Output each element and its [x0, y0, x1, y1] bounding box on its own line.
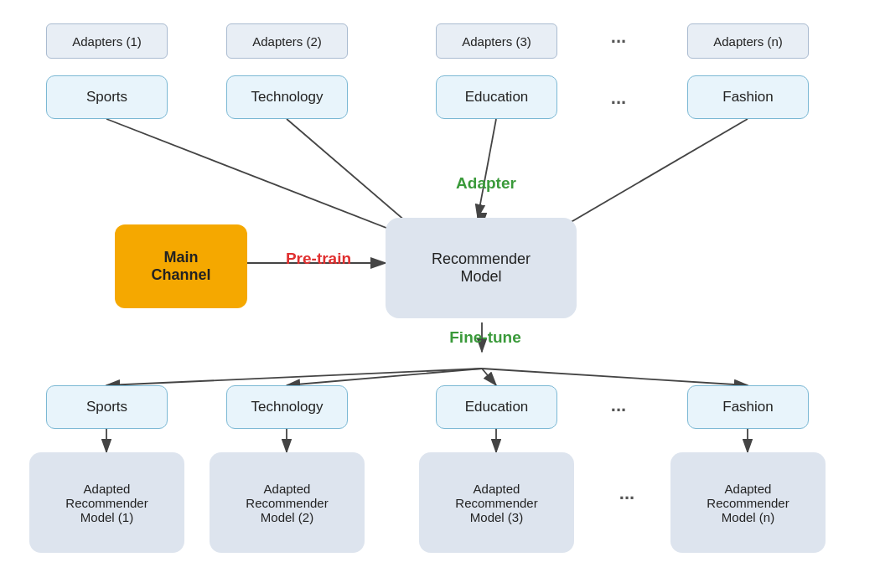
channel-technology-top: Technology: [226, 75, 348, 119]
svg-line-8: [106, 369, 482, 385]
channel-education-top: Education: [436, 75, 557, 119]
adapter-label-3: Adapters (3): [436, 23, 557, 59]
adapted-model-3: AdaptedRecommenderModel (3): [419, 452, 574, 553]
dots-adapters-top: ···: [593, 27, 644, 57]
dots-adapted-models: ···: [602, 473, 652, 524]
diagram: Adapters (1) Adapters (2) Adapters (3) A…: [0, 0, 880, 588]
channel-technology-bottom: Technology: [226, 385, 348, 429]
finetune-label: Fine-tune: [439, 328, 531, 347]
adapted-model-1: AdaptedRecommenderModel (1): [29, 452, 184, 553]
channel-fashion-bottom: Fashion: [687, 385, 809, 429]
dots-channels-bottom: ···: [593, 389, 644, 432]
adapted-model-n: AdaptedRecommenderModel (n): [670, 452, 826, 553]
channel-sports-bottom: Sports: [46, 385, 168, 429]
svg-line-3: [478, 119, 496, 218]
adapter-label-2: Adapters (2): [226, 23, 348, 59]
channel-fashion-top: Fashion: [687, 75, 809, 119]
svg-line-10: [482, 369, 496, 385]
dots-channels-top: ···: [593, 81, 644, 125]
adapted-model-2: AdaptedRecommenderModel (2): [210, 452, 365, 553]
main-channel-box: MainChannel: [115, 224, 247, 308]
adapter-green-label: Adapter: [444, 174, 528, 193]
pretrain-label: Pre-train: [260, 250, 377, 268]
svg-line-9: [287, 369, 482, 385]
adapter-label-1: Adapters (1): [46, 23, 168, 59]
adapter-label-n: Adapters (n): [687, 23, 809, 59]
svg-line-11: [482, 369, 748, 385]
channel-sports-top: Sports: [46, 75, 168, 119]
channel-education-bottom: Education: [436, 385, 557, 429]
recommender-model-box: RecommenderModel: [386, 218, 577, 318]
